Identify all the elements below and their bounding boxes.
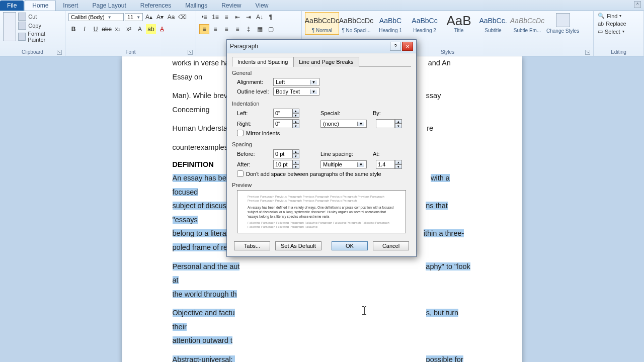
group-label-clipboard: Clipboard↘ [3, 49, 62, 56]
justify-button[interactable]: ≡ [232, 24, 243, 34]
decrease-indent-button[interactable]: ⇤ [232, 12, 243, 22]
change-styles-button[interactable]: Change Styles [544, 12, 581, 35]
select-button[interactable]: ▭Select▾ [597, 28, 640, 35]
linespacing-label: Line spacing: [320, 151, 357, 157]
tab-pagelayout[interactable]: Page Layout [85, 1, 133, 11]
tab-references[interactable]: References [133, 1, 178, 11]
special-label: Special: [320, 110, 345, 116]
outline-select[interactable]: Body Text▼ [273, 87, 319, 96]
multilevel-button[interactable]: ≡ [221, 12, 231, 22]
section-indentation: Indentation [232, 101, 411, 107]
align-left-button[interactable]: ≡ [199, 24, 209, 34]
highlight-button[interactable]: ab [146, 24, 156, 34]
style-subtitle[interactable]: AaBbCc.Subtitle [476, 12, 510, 35]
style-normal[interactable]: AaBbCcDc¶ Normal [305, 12, 339, 35]
clear-formatting-button[interactable]: ⌫ [177, 12, 187, 22]
brush-icon [18, 33, 26, 41]
paste-button[interactable] [3, 12, 16, 41]
format-painter-button[interactable]: Format Painter [18, 30, 62, 43]
alignment-select[interactable]: Left▼ [273, 78, 319, 86]
tabs-button[interactable]: Tabs... [234, 241, 270, 250]
by-spin[interactable]: ▴▾ [376, 119, 402, 128]
strikethrough-button[interactable]: abc [102, 24, 112, 34]
text-effects-button[interactable]: A [135, 24, 145, 34]
bullets-button[interactable]: •≡ [199, 12, 209, 22]
line-spacing-button[interactable]: ‡ [244, 24, 254, 34]
tab-line-page-breaks[interactable]: Line and Page Breaks [293, 57, 359, 67]
font-size-combo[interactable]: 11▼ [125, 13, 143, 21]
clipboard-launcher[interactable]: ↘ [57, 50, 62, 55]
tab-home[interactable]: Home [25, 0, 56, 11]
styles-gallery[interactable]: AaBbCcDc¶ Normal AaBbCcDc¶ No Spaci... A… [305, 12, 544, 35]
by-label: By: [373, 110, 385, 116]
dialog-titlebar[interactable]: Paragraph ? ✕ [227, 40, 416, 53]
close-button[interactable]: ✕ [402, 42, 413, 51]
style-title[interactable]: AaBTitle [442, 12, 476, 35]
tab-review[interactable]: Review [214, 1, 248, 11]
styles-launcher[interactable]: ↘ [585, 50, 590, 55]
style-heading1[interactable]: AaBbCHeading 1 [373, 12, 408, 35]
underline-button[interactable]: U [91, 24, 101, 34]
tab-insert[interactable]: Insert [56, 1, 85, 11]
after-label: After: [237, 161, 270, 167]
bold-button[interactable]: B [68, 24, 78, 34]
tab-indents-spacing[interactable]: Indents and Spacing [232, 57, 293, 67]
italic-button[interactable]: I [79, 24, 90, 34]
increase-indent-button[interactable]: ⇥ [244, 12, 254, 22]
section-preview: Preview [232, 182, 411, 188]
before-spin[interactable]: ▴▾ [273, 149, 299, 158]
minimize-ribbon-icon[interactable]: ^ [634, 1, 641, 8]
replace-button[interactable]: abReplace [597, 20, 640, 27]
superscript-button[interactable]: x² [124, 24, 134, 34]
align-right-button[interactable]: ≡ [221, 24, 231, 34]
copy-button[interactable]: Copy [18, 21, 62, 30]
linespacing-select[interactable]: Multiple▼ [320, 160, 367, 168]
section-general: General [232, 70, 411, 76]
sort-button[interactable]: A↓ [255, 12, 265, 22]
tab-view[interactable]: View [249, 1, 276, 11]
find-button[interactable]: 🔍Find▾ [597, 12, 640, 20]
font-color-button[interactable]: A [157, 24, 167, 34]
font-name-combo[interactable]: Calibri (Body)▼ [68, 13, 124, 21]
alignment-label: Alignment: [237, 79, 270, 85]
before-label: Before: [237, 151, 270, 157]
grow-font-button[interactable]: A▴ [144, 12, 154, 22]
show-marks-button[interactable]: ¶ [266, 12, 276, 22]
tab-file[interactable]: File [0, 1, 24, 11]
tab-mailings[interactable]: Mailings [178, 1, 214, 11]
after-spin[interactable]: ▴▾ [273, 160, 299, 169]
dialog-title: Paragraph [230, 43, 258, 50]
group-font: Calibri (Body)▼ 11▼ A▴ A▾ Aa ⌫ B I U abc… [65, 11, 196, 56]
indent-left-spin[interactable]: ▴▾ [273, 109, 299, 118]
help-button[interactable]: ? [390, 42, 401, 51]
change-case-button[interactable]: Aa [166, 12, 176, 22]
paragraph-dialog: Paragraph ? ✕ Indents and Spacing Line a… [226, 39, 417, 257]
style-subtleem[interactable]: AaBbCcDcSubtle Em... [510, 12, 544, 35]
scissors-icon [18, 13, 26, 21]
indent-right-spin[interactable]: ▴▾ [273, 119, 299, 128]
style-nospacing[interactable]: AaBbCcDc¶ No Spaci... [339, 12, 373, 35]
shading-button[interactable]: ▦ [255, 24, 265, 34]
set-default-button[interactable]: Set As Default [275, 241, 321, 250]
cut-button[interactable]: Cut [18, 12, 62, 21]
dont-add-space-checkbox[interactable]: Don't add space between paragraphs of th… [237, 170, 411, 177]
group-label-editing: Editing [597, 49, 640, 56]
subscript-button[interactable]: x₂ [113, 24, 123, 34]
borders-button[interactable]: ▢ [266, 24, 276, 34]
section-spacing: Spacing [232, 141, 411, 147]
mirror-indents-checkbox[interactable]: Mirror indents [237, 130, 411, 136]
style-heading2[interactable]: AaBbCcHeading 2 [408, 12, 442, 35]
numbering-button[interactable]: 1≡ [210, 12, 220, 22]
at-spin[interactable]: ▴▾ [376, 160, 402, 169]
copy-icon [18, 22, 26, 30]
outline-label: Outline level: [237, 88, 270, 95]
select-icon: ▭ [598, 28, 603, 35]
align-center-button[interactable]: ≡ [210, 24, 220, 34]
shrink-font-button[interactable]: A▾ [155, 12, 165, 22]
group-editing: 🔍Find▾ abReplace ▭Select▾ Editing [594, 11, 644, 56]
cancel-button[interactable]: Cancel [373, 241, 409, 250]
indent-left-label: Left: [237, 110, 270, 116]
special-select[interactable]: (none)▼ [320, 120, 367, 128]
ok-button[interactable]: OK [332, 241, 368, 250]
font-launcher[interactable]: ↘ [188, 50, 193, 55]
